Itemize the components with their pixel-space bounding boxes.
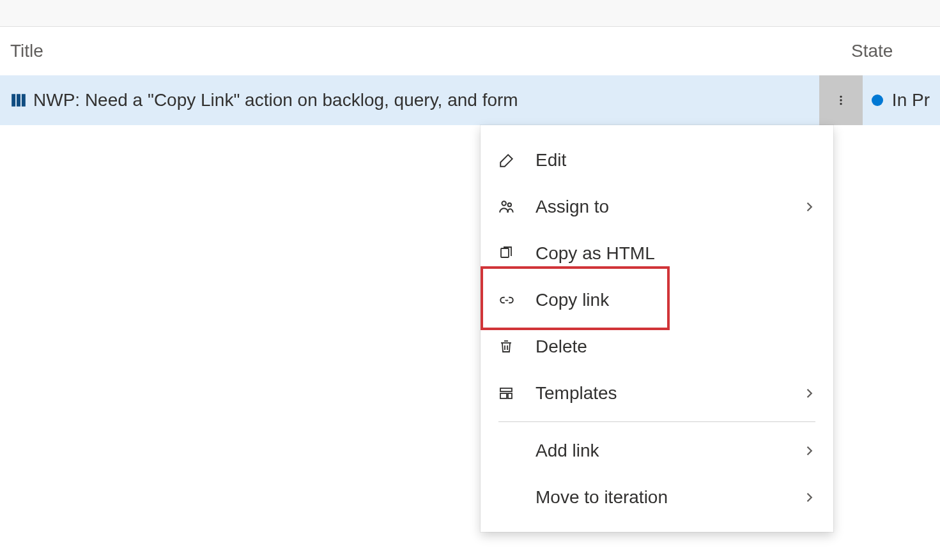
work-item-state: In Pr bbox=[863, 90, 930, 110]
menu-move-to-iteration[interactable]: Move to iteration bbox=[481, 474, 833, 520]
menu-copy-as-html-label: Copy as HTML bbox=[535, 243, 815, 264]
menu-divider bbox=[498, 421, 815, 422]
more-actions-button[interactable] bbox=[819, 75, 863, 125]
menu-copy-link-label: Copy link bbox=[535, 290, 815, 310]
svg-point-4 bbox=[840, 99, 842, 101]
svg-rect-9 bbox=[500, 388, 512, 391]
menu-assign-to-label: Assign to bbox=[535, 197, 803, 217]
chevron-right-icon bbox=[803, 491, 815, 504]
copy-icon bbox=[498, 246, 535, 261]
menu-add-link-label: Add link bbox=[535, 441, 803, 461]
chevron-right-icon bbox=[803, 444, 815, 457]
menu-delete-label: Delete bbox=[535, 337, 815, 357]
menu-move-to-iteration-label: Move to iteration bbox=[535, 487, 803, 508]
work-item-title: NWP: Need a "Copy Link" action on backlo… bbox=[33, 90, 819, 110]
menu-templates-label: Templates bbox=[535, 383, 803, 404]
state-label: In Pr bbox=[892, 90, 930, 110]
menu-add-link[interactable]: Add link bbox=[481, 427, 833, 474]
svg-rect-0 bbox=[12, 94, 15, 107]
people-icon bbox=[498, 199, 535, 215]
menu-copy-link[interactable]: Copy link bbox=[481, 276, 833, 323]
svg-point-3 bbox=[840, 96, 842, 98]
top-toolbar bbox=[0, 0, 940, 27]
chevron-right-icon bbox=[803, 387, 815, 400]
trash-icon bbox=[498, 339, 535, 354]
menu-copy-as-html[interactable]: Copy as HTML bbox=[481, 230, 833, 276]
chevron-right-icon bbox=[803, 201, 815, 213]
svg-rect-11 bbox=[508, 393, 512, 398]
link-icon bbox=[498, 292, 535, 308]
menu-delete[interactable]: Delete bbox=[481, 323, 833, 370]
svg-rect-10 bbox=[500, 393, 507, 398]
svg-rect-2 bbox=[22, 94, 26, 107]
column-title-header[interactable]: Title bbox=[10, 41, 785, 61]
svg-rect-8 bbox=[501, 248, 509, 257]
menu-edit-label: Edit bbox=[535, 150, 815, 170]
state-indicator-icon bbox=[872, 95, 883, 106]
work-item-type-icon bbox=[10, 92, 27, 109]
svg-rect-1 bbox=[17, 94, 20, 107]
svg-point-5 bbox=[840, 103, 842, 105]
svg-point-7 bbox=[508, 203, 511, 206]
column-headers: Title State bbox=[0, 27, 940, 75]
svg-point-6 bbox=[502, 201, 506, 206]
work-item-row[interactable]: NWP: Need a "Copy Link" action on backlo… bbox=[0, 75, 940, 125]
menu-assign-to[interactable]: Assign to bbox=[481, 183, 833, 230]
edit-icon bbox=[498, 152, 535, 169]
menu-templates[interactable]: Templates bbox=[481, 370, 833, 416]
template-icon bbox=[498, 386, 535, 401]
menu-edit[interactable]: Edit bbox=[481, 137, 833, 183]
column-state-header[interactable]: State bbox=[785, 41, 930, 61]
context-menu: Edit Assign to Copy as HTML bbox=[481, 125, 833, 532]
